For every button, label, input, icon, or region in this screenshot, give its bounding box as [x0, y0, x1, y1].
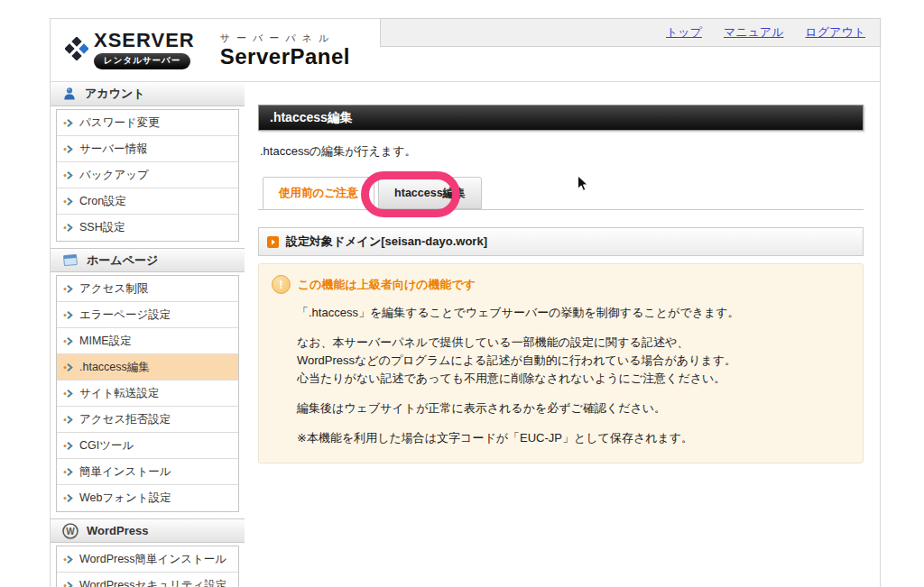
arrow-bullet-icon [63, 284, 74, 294]
xserver-diamonds-icon [65, 37, 88, 64]
notice-text: WordPressなどのプログラムによる記述が自動的に行われている場合があります… [297, 352, 845, 370]
arrow-bullet-icon [63, 197, 74, 206]
main-content: .htaccess編集 .htaccessの編集が行えます。 使用前のご注意 h… [245, 82, 880, 587]
sidebar-menu-account: パスワード変更 サーバー情報 バックアップ Cron設定 SSH設定 [56, 109, 239, 242]
sidebar-item-access-deny[interactable]: アクセス拒否設定 [57, 407, 238, 433]
sidebar-item-password-change[interactable]: パスワード変更 [57, 110, 238, 136]
wordpress-icon: W [62, 523, 79, 539]
arrow-bullet-icon [63, 581, 74, 587]
sidebar-item-label: CGIツール [79, 438, 134, 454]
arrow-bullet-icon [63, 362, 74, 372]
sidebar-item-cgi-tools[interactable]: CGIツール [57, 433, 238, 459]
arrow-bullet-icon [63, 467, 74, 477]
sidebar-item-label: .htaccess編集 [79, 360, 150, 375]
rental-server-badge: レンタルサーバー [94, 53, 190, 69]
sidebar-menu-wordpress: WordPress簡単インストール WordPressセキュリティ設定 [56, 546, 239, 587]
arrow-bullet-icon [63, 118, 74, 128]
notice-text: 「.htaccess」を編集することでウェブサーバーの挙動を制御することができま… [297, 304, 845, 322]
sidebar-item-wp-security[interactable]: WordPressセキュリティ設定 [57, 573, 238, 587]
sidebar-item-label: SSH設定 [79, 220, 125, 235]
user-icon [62, 87, 77, 101]
sidebar-item-server-info[interactable]: サーバー情報 [57, 136, 238, 162]
arrow-bullet-icon [63, 441, 74, 451]
sidebar-item-label: Webフォント設定 [79, 491, 171, 506]
header: XSERVER レンタルサーバー サーバーパネル ServerPanel トップ… [51, 19, 880, 82]
logo-brand-block: XSERVER レンタルサーバー [94, 30, 195, 69]
sidebar-item-label: WordPressセキュリティ設定 [79, 578, 226, 587]
sidebar-item-access-restriction[interactable]: アクセス制限 [57, 276, 238, 302]
server-panel-kana: サーバーパネル [220, 32, 350, 44]
arrow-bullet-icon [63, 389, 74, 399]
arrow-bullet-icon [63, 493, 74, 503]
arrow-bullet-icon [63, 223, 74, 233]
tab-bar: 使用前のご注意 htaccess編集 [258, 177, 864, 210]
homepage-icon [62, 253, 79, 267]
sidebar-item-cron[interactable]: Cron設定 [57, 188, 238, 215]
notice-title: この機能は上級者向けの機能です [298, 277, 476, 293]
tab-usage-notes[interactable]: 使用前のご注意 [263, 177, 374, 209]
sidebar-section-wordpress: W WordPress [51, 518, 245, 543]
sidebar-item-label: サーバー情報 [79, 142, 148, 157]
sidebar-item-label: アクセス拒否設定 [79, 412, 171, 427]
sidebar-item-htaccess-edit[interactable]: .htaccess編集 [57, 354, 238, 381]
svg-text:W: W [66, 526, 75, 536]
notice-text: 心当たりがない記述であっても不用意に削除なされないようにご注意ください。 [297, 370, 845, 388]
sidebar-section-homepage: ホームページ [51, 248, 245, 272]
notice-box: ! この機能は上級者向けの機能です 「.htaccess」を編集することでウェブ… [258, 263, 864, 463]
page-container: XSERVER レンタルサーバー サーバーパネル ServerPanel トップ… [50, 18, 881, 587]
arrow-bullet-icon [63, 310, 74, 320]
notice-header: ! この機能は上級者向けの機能です [272, 275, 845, 294]
sidebar-item-label: Cron設定 [79, 194, 126, 209]
sidebar-item-wp-easy-install[interactable]: WordPress簡単インストール [57, 546, 238, 573]
warning-exclamation-icon: ! [272, 275, 291, 294]
arrow-bullet-icon [63, 555, 74, 564]
domain-bullet-icon [267, 236, 279, 248]
xserver-logo[interactable]: XSERVER レンタルサーバー サーバーパネル ServerPanel [65, 30, 350, 69]
arrow-bullet-icon [63, 170, 74, 180]
sidebar-item-backup[interactable]: バックアップ [57, 162, 238, 188]
body-layout: アカウント パスワード変更 サーバー情報 バックアップ Cron設定 [51, 82, 880, 587]
arrow-bullet-icon [63, 415, 74, 425]
page-description: .htaccessの編集が行えます。 [260, 143, 864, 160]
target-domain-label: 設定対象ドメイン[seisan-dayo.work] [286, 234, 487, 250]
sidebar-item-label: サイト転送設定 [79, 386, 159, 401]
sidebar-section-account: アカウント [51, 82, 245, 106]
page-title: .htaccess編集 [258, 105, 864, 131]
tab-htaccess-edit[interactable]: htaccess編集 [378, 177, 482, 209]
sidebar-item-label: バックアップ [79, 168, 149, 183]
sidebar-item-easy-install[interactable]: 簡単インストール [57, 459, 238, 485]
nav-link-top[interactable]: トップ [666, 24, 702, 41]
sidebar-item-site-transfer[interactable]: サイト転送設定 [57, 381, 238, 407]
arrow-bullet-icon [63, 144, 74, 154]
target-domain-heading: 設定対象ドメイン[seisan-dayo.work] [258, 227, 864, 256]
sidebar-item-label: エラーページ設定 [79, 307, 171, 323]
sidebar-item-label: パスワード変更 [79, 115, 160, 131]
sidebar-item-web-font[interactable]: Webフォント設定 [57, 485, 238, 511]
sidebar-item-error-page[interactable]: エラーページ設定 [57, 302, 238, 328]
arrow-bullet-icon [63, 336, 74, 346]
notice-text: なお、本サーバーパネルで提供している一部機能の設定に関する記述や、 [297, 334, 845, 352]
sidebar-item-label: 簡単インストール [79, 464, 171, 480]
sidebar-item-label: MIME設定 [79, 334, 132, 349]
notice-text: ※本機能を利用した場合は文字コードが「EUC-JP」として保存されます。 [297, 429, 845, 447]
nav-link-logout[interactable]: ログアウト [805, 24, 865, 41]
sidebar-section-title: WordPress [87, 524, 148, 537]
logo-product-block: サーバーパネル ServerPanel [220, 30, 350, 69]
nav-link-manual[interactable]: マニュアル [724, 24, 784, 41]
sidebar-menu-homepage: アクセス制限 エラーページ設定 MIME設定 .htaccess編集 サイト転送… [56, 275, 239, 512]
sidebar-item-label: WordPress簡単インストール [79, 552, 226, 567]
brand-name: XSERVER [94, 30, 195, 51]
sidebar-section-title: ホームページ [87, 252, 158, 269]
top-nav: トップ マニュアル ログアウト [380, 18, 881, 47]
sidebar-item-ssh[interactable]: SSH設定 [57, 215, 238, 241]
sidebar-item-mime[interactable]: MIME設定 [57, 328, 238, 354]
notice-text: 編集後はウェブサイトが正常に表示されるかを必ずご確認ください。 [297, 399, 845, 417]
sidebar: アカウント パスワード変更 サーバー情報 バックアップ Cron設定 [51, 82, 245, 587]
sidebar-item-label: アクセス制限 [79, 281, 148, 297]
sidebar-section-title: アカウント [85, 86, 145, 102]
server-panel-title: ServerPanel [220, 44, 350, 69]
